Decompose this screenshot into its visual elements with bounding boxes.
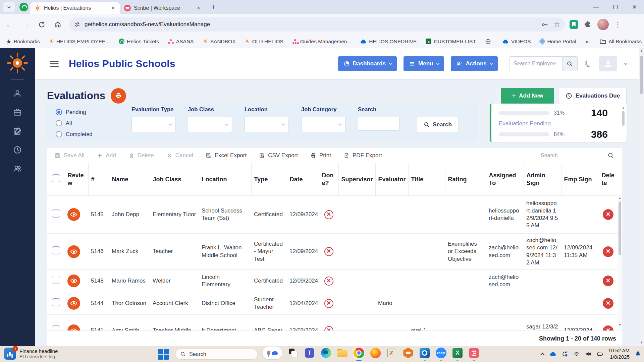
bookmark-globe[interactable] xyxy=(485,39,493,45)
bookmark-customer-list[interactable]: xCUSTOMER LIST xyxy=(426,39,476,45)
col-admin-sign[interactable]: Admin Sign xyxy=(524,163,561,195)
taskbar-chrome[interactable] xyxy=(353,347,365,359)
sidebar-item-employee[interactable] xyxy=(13,89,22,98)
delete-row-button[interactable]: ✕ xyxy=(603,276,613,286)
bookmark-home-portal[interactable]: Home Portal xyxy=(540,39,576,45)
actions-button[interactable]: Actions xyxy=(451,56,497,71)
password-key-icon[interactable] xyxy=(541,21,548,28)
tab-scribe-workspace[interactable]: Scribe | Workspace × xyxy=(120,2,206,14)
delete-row-button[interactable]: ✕ xyxy=(603,209,613,220)
col-delete[interactable]: Delete xyxy=(599,163,618,195)
hamburger-menu-icon[interactable] xyxy=(50,61,59,67)
scroll-up-icon[interactable]: ▲ xyxy=(618,195,622,201)
taskbar-task-view[interactable] xyxy=(287,347,299,359)
col-location[interactable]: Location xyxy=(199,163,251,195)
col-assigned-to[interactable]: Assigned To xyxy=(486,163,524,195)
print-button[interactable]: Print xyxy=(310,152,331,159)
address-bar[interactable]: gethelios.com/sandbox5-new/EvaluationsMa… xyxy=(69,17,565,32)
dashboards-button[interactable]: Dashboards xyxy=(338,56,397,71)
review-button[interactable] xyxy=(67,245,80,258)
taskbar-teams[interactable]: T xyxy=(304,347,315,359)
bookmark-helios-onedrive[interactable]: HELIOS ONEDRIVE xyxy=(360,39,417,45)
bookmark-videos[interactable]: VIDEOS xyxy=(502,39,531,45)
employee-search-button[interactable] xyxy=(562,56,578,71)
filter-search-input[interactable] xyxy=(358,117,399,131)
taskbar-edge[interactable] xyxy=(320,347,332,359)
taskbar-clock[interactable]: 10:52 AM 1/8/2025 xyxy=(608,348,630,360)
all-bookmarks-button[interactable]: All Bookmarks xyxy=(600,39,642,45)
grid-search-input[interactable] xyxy=(537,150,604,161)
bookmarks-overflow-button[interactable]: » xyxy=(585,38,589,45)
col-date[interactable]: Date xyxy=(287,163,319,195)
chrome-menu-icon[interactable]: ⋮ xyxy=(614,20,621,28)
dark-mode-toggle-icon[interactable]: ☾ xyxy=(582,57,594,70)
location-select[interactable] xyxy=(245,117,289,132)
csv-export-button[interactable]: CSV Export xyxy=(259,152,298,159)
col-emp-sign[interactable]: Emp Sign xyxy=(561,163,599,195)
home-button[interactable] xyxy=(51,18,64,31)
print-page-button[interactable] xyxy=(111,88,126,104)
bookmark-guides-management[interactable]: Guides Managemen... xyxy=(292,39,352,45)
maximize-button[interactable] xyxy=(606,0,625,14)
pdf-export-button[interactable]: PDF Export xyxy=(343,152,382,159)
add-new-button[interactable]: +Add New xyxy=(501,88,554,104)
bookmark-old-helios[interactable]: ☀OLD HELIOS xyxy=(245,38,283,45)
col-number[interactable]: # xyxy=(88,163,109,195)
bookmark-sandbox[interactable]: ☀SANDBOX xyxy=(203,38,235,45)
taskbar-file-explorer[interactable] xyxy=(337,347,348,359)
review-button[interactable] xyxy=(67,324,80,331)
reload-button[interactable] xyxy=(35,18,48,31)
scroll-down-icon[interactable]: ▼ xyxy=(639,340,644,345)
table-scrollbar[interactable]: ▲ ▼ xyxy=(618,195,622,327)
row-checkbox[interactable] xyxy=(52,246,60,254)
forward-button[interactable]: → xyxy=(19,18,32,31)
cancel-button[interactable]: Cancel xyxy=(166,152,193,159)
profile-avatar[interactable] xyxy=(597,19,609,30)
taskbar-outlook[interactable] xyxy=(419,347,430,359)
taskbar-zoom[interactable]: zoom xyxy=(435,347,447,359)
sidebar-item-evaluations[interactable] xyxy=(13,127,22,135)
sidebar-item-time[interactable] xyxy=(13,145,22,154)
employee-search-input[interactable] xyxy=(509,56,562,71)
bookmark-asana[interactable]: ASANA xyxy=(168,39,194,45)
extensions-puzzle-icon[interactable] xyxy=(584,21,592,28)
url-text[interactable]: gethelios.com/sandbox5-new/EvaluationsMa… xyxy=(85,21,541,28)
taskbar-sandbox-app[interactable] xyxy=(402,347,414,359)
add-button[interactable]: Add xyxy=(97,152,116,159)
minimize-button[interactable]: — xyxy=(587,0,606,14)
start-button[interactable] xyxy=(158,349,169,360)
col-done[interactable]: Done? xyxy=(319,163,338,195)
search-icon[interactable] xyxy=(607,152,614,159)
helios-extension-icon[interactable] xyxy=(570,20,578,29)
review-button[interactable] xyxy=(67,297,80,310)
col-evaluator[interactable]: Evaluator xyxy=(375,163,408,195)
row-checkbox[interactable] xyxy=(52,298,60,306)
tab-helios-evaluations[interactable]: Helios | Evaluations × xyxy=(30,2,120,14)
delete-row-button[interactable]: ✕ xyxy=(603,246,613,257)
bookmark-helios-employee[interactable]: ☀HELIOS EMPLOYEE... xyxy=(49,38,110,45)
back-button[interactable]: ← xyxy=(3,18,16,31)
delete-button[interactable]: Delete xyxy=(128,152,154,159)
bookmarks-folder[interactable]: ★Bookmarks xyxy=(6,38,40,45)
col-supervisor[interactable]: Supervisor xyxy=(338,163,375,195)
row-checkbox[interactable] xyxy=(52,276,60,284)
radio-completed[interactable]: Completed xyxy=(56,130,93,139)
review-button[interactable] xyxy=(67,275,80,287)
job-class-select[interactable] xyxy=(188,117,232,132)
col-job-class[interactable]: Job Class xyxy=(150,163,199,195)
close-button[interactable]: ✕ xyxy=(625,0,644,14)
scrollbar-thumb[interactable] xyxy=(622,111,625,126)
tab-close-icon[interactable]: × xyxy=(195,4,202,12)
select-all-checkbox[interactable] xyxy=(52,174,60,182)
scrollbar-thumb[interactable] xyxy=(640,56,643,94)
pinned-tab-helios-tickets[interactable] xyxy=(19,3,28,11)
sync-icon[interactable] xyxy=(561,351,568,357)
col-type[interactable]: Type xyxy=(251,163,287,195)
taskbar-excel[interactable]: X xyxy=(452,347,463,359)
stats-scrollbar[interactable]: ▲ xyxy=(622,106,625,140)
page-scrollbar[interactable]: ▲ ▼ xyxy=(639,48,644,346)
radio-all[interactable]: All xyxy=(56,119,93,128)
col-rating[interactable]: Rating xyxy=(445,163,486,195)
onedrive-icon[interactable] xyxy=(550,351,556,357)
tab-close-icon[interactable]: × xyxy=(109,4,117,12)
